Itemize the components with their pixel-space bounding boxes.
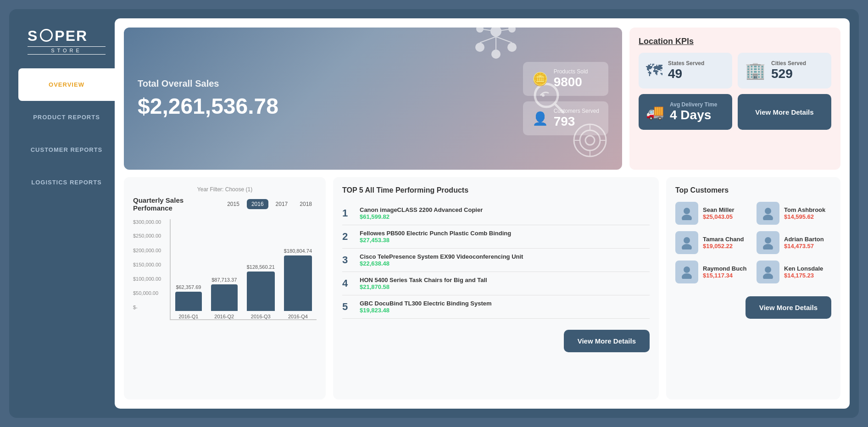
bar-label: 2016-Q4 xyxy=(288,314,308,319)
customer-item: Tamara Chand $19,052.22 xyxy=(675,231,750,254)
customer-name: Ken Lonsdale xyxy=(784,265,823,272)
customer-avatar xyxy=(675,231,698,254)
hero-card: Total Overall Sales $2,261,536.78 🪙 Prod… xyxy=(124,28,622,170)
main-content: Total Overall Sales $2,261,536.78 🪙 Prod… xyxy=(115,18,850,409)
year-btn-2016[interactable]: 2016 xyxy=(247,199,268,209)
svg-point-25 xyxy=(684,237,690,244)
chart-header: Quarterly Sales Perfomance 2015 2016 201… xyxy=(133,196,317,212)
customer-avatar xyxy=(757,202,779,225)
view-more-customers-button[interactable]: View More Details xyxy=(746,296,831,319)
y-label-0: $- xyxy=(133,305,138,310)
customer-amount: $15,117.34 xyxy=(703,272,746,279)
svg-point-29 xyxy=(684,266,690,273)
product-name: Fellowes PB500 Electric Punch Plastic Co… xyxy=(360,230,511,237)
bar-label: 2016-Q3 xyxy=(251,314,271,319)
sidebar-item-product-reports[interactable]: PRODUCT REPORTS xyxy=(18,101,115,133)
svg-point-5 xyxy=(508,28,516,33)
chart-title: Quarterly Sales Perfomance xyxy=(133,196,223,212)
view-more-kpi-button[interactable]: View More Details xyxy=(738,94,831,130)
delivery-value: 4 Days xyxy=(670,108,717,122)
product-name: HON 5400 Series Task Chairs for Big and … xyxy=(360,277,487,283)
bar xyxy=(211,284,238,311)
bar xyxy=(284,255,312,311)
product-rank: 4 xyxy=(342,277,353,289)
product-amount: $61,599.82 xyxy=(360,213,483,220)
product-name: GBC DocuBind TL300 Electric Binding Syst… xyxy=(360,300,492,307)
products-value: 9800 xyxy=(554,75,588,89)
svg-point-30 xyxy=(682,273,692,279)
products-label: Products Sold xyxy=(554,68,588,75)
hero-title: Total Overall Sales xyxy=(138,78,523,89)
product-item: 2 Fellowes PB500 Electric Punch Plastic … xyxy=(342,225,650,249)
sidebar-item-logistics-reports[interactable]: LOGISTICS REPORTS xyxy=(18,166,115,199)
chart-filter-label: Year Filter: Choose (1) xyxy=(133,186,317,193)
chart-wrapper: $300,000.00 $250,000.00 $200,000.00 $150… xyxy=(133,219,317,320)
customer-name: Adrian Barton xyxy=(784,236,824,243)
bar xyxy=(175,292,202,311)
year-btn-2018[interactable]: 2018 xyxy=(295,199,317,209)
svg-point-26 xyxy=(682,244,692,250)
cities-label: Cities Served xyxy=(771,60,806,67)
svg-point-16 xyxy=(585,136,595,145)
bar-group-2016-Q1: $62,357.69 2016-Q1 xyxy=(175,284,202,319)
customers-icon: 👤 xyxy=(532,111,548,126)
bottom-section: Year Filter: Choose (1) Quarterly Sales … xyxy=(124,177,840,399)
customer-avatar xyxy=(675,261,698,283)
network-icon xyxy=(471,28,521,66)
svg-point-3 xyxy=(491,50,501,59)
y-label-250k: $250,000.00 xyxy=(133,233,161,238)
bar-amount: $180,804.74 xyxy=(284,248,312,254)
svg-point-31 xyxy=(765,266,771,273)
city-icon: 🏢 xyxy=(745,61,766,80)
location-kpi-title: Location KPIs xyxy=(639,37,831,46)
logo-area: SPER STORE xyxy=(18,18,115,68)
customer-name: Raymond Buch xyxy=(703,265,746,272)
sidebar-item-customer-reports[interactable]: CUSTOMER REPORTS xyxy=(18,133,115,166)
logo-title: SPER xyxy=(28,28,106,44)
bar xyxy=(247,272,275,311)
svg-line-7 xyxy=(496,37,512,43)
states-label: States Served xyxy=(668,60,704,67)
customer-avatar xyxy=(757,261,779,283)
customer-item: Ken Lonsdale $14,175.23 xyxy=(757,261,831,283)
products-panel: TOP 5 All Time Performing Products 1 Can… xyxy=(333,177,659,399)
hero-left: Total Overall Sales $2,261,536.78 xyxy=(138,78,523,119)
svg-point-27 xyxy=(765,237,771,244)
product-rank: 1 xyxy=(342,207,353,219)
product-item: 1 Canon imageCLASS 2200 Advanced Copier … xyxy=(342,202,650,225)
kpi-grid: 🗺 States Served 49 🏢 Cities Served 529 xyxy=(639,53,831,130)
chart-panel: Year Filter: Choose (1) Quarterly Sales … xyxy=(124,177,326,399)
year-btn-2015[interactable]: 2015 xyxy=(223,199,244,209)
y-label-300k: $300,000.00 xyxy=(133,219,161,225)
kpi-delivery: 🚚 Avg Delivery Time 4 Days xyxy=(639,94,732,130)
svg-line-6 xyxy=(480,37,496,43)
svg-point-24 xyxy=(763,215,773,220)
customer-item: Adrian Barton $14,473.57 xyxy=(757,231,831,254)
svg-point-2 xyxy=(507,43,517,52)
customer-amount: $14,595.62 xyxy=(784,213,825,220)
customers-value: 793 xyxy=(554,114,599,129)
sidebar-item-overview[interactable]: OVERVIEW xyxy=(18,68,124,101)
product-rank: 2 xyxy=(342,231,353,243)
states-value: 49 xyxy=(668,67,704,81)
top-section: Total Overall Sales $2,261,536.78 🪙 Prod… xyxy=(124,28,840,170)
bar-label: 2016-Q2 xyxy=(214,314,234,319)
cities-value: 529 xyxy=(771,67,806,81)
svg-point-22 xyxy=(682,215,692,220)
location-kpi-panel: Location KPIs 🗺 States Served 49 🏢 xyxy=(629,28,840,170)
svg-point-32 xyxy=(763,273,773,279)
customer-item: Sean Miller $25,043.05 xyxy=(675,202,750,225)
svg-point-21 xyxy=(684,208,690,214)
product-amount: $27,453.38 xyxy=(360,237,511,244)
bar-chart: $62,357.69 2016-Q1 $87,713.37 2016-Q2 $1… xyxy=(170,219,317,320)
y-label-100k: $100,000.00 xyxy=(133,276,161,282)
view-more-products-button[interactable]: View More Details xyxy=(564,330,650,352)
bar-group-2016-Q4: $180,804.74 2016-Q4 xyxy=(284,248,312,319)
year-filters: 2015 2016 2017 2018 xyxy=(223,199,317,209)
year-btn-2017[interactable]: 2017 xyxy=(271,199,293,209)
product-item: 5 GBC DocuBind TL300 Electric Binding Sy… xyxy=(342,295,650,319)
customers-grid: Sean Miller $25,043.05 Tom Ashbrook $14,… xyxy=(675,202,831,283)
product-name: Cisco TelePresence System EX90 Videoconf… xyxy=(360,253,523,260)
y-label-200k: $200,000.00 xyxy=(133,248,161,253)
logo-icon xyxy=(40,29,53,42)
